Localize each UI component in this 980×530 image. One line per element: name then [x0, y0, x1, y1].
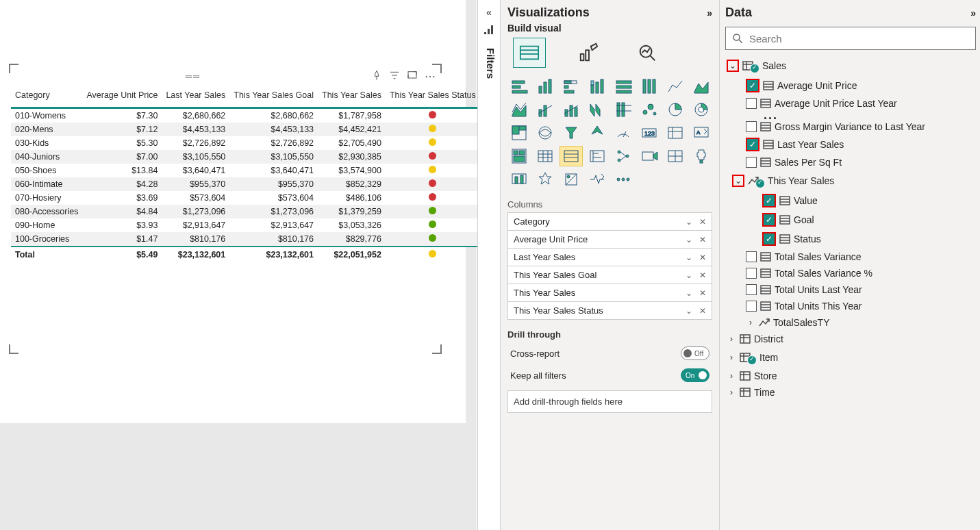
field-checkbox[interactable] — [746, 157, 757, 168]
viz-type-option[interactable] — [533, 76, 557, 97]
format-visual-tab[interactable] — [572, 38, 605, 68]
viz-type-option[interactable] — [586, 169, 609, 190]
table-row[interactable]: 040-Juniors$7.00$3,105,550$3,105,550$2,9… — [11, 150, 480, 164]
viz-type-option[interactable] — [638, 76, 661, 97]
tree-ellipsis[interactable]: ... — [725, 112, 976, 118]
table-row[interactable]: 070-Hosiery$3.69$573,604$573,604$486,106 — [11, 191, 480, 205]
table-row[interactable]: 010-Womens$7.30$2,680,662$2,680,662$1,78… — [11, 108, 480, 123]
table-row[interactable]: 020-Mens$7.12$4,453,133$4,453,133$4,452,… — [11, 123, 480, 136]
remove-icon[interactable]: ✕ — [699, 306, 706, 316]
drag-grip-icon[interactable]: ══ — [15, 71, 371, 81]
field-checkbox[interactable]: ✓ — [747, 80, 758, 91]
focus-mode-icon[interactable] — [407, 70, 418, 83]
build-visual-tab[interactable] — [513, 38, 546, 68]
tree-field-row[interactable]: ✓ Goal — [725, 210, 976, 229]
table-row[interactable]: 060-Intimate$4.28$955,370$955,370$852,32… — [11, 177, 480, 191]
drillthrough-dropzone[interactable]: Add drill-through fields here — [507, 390, 712, 413]
field-well[interactable]: Average Unit Price⌄✕ — [508, 231, 712, 249]
viz-type-option[interactable] — [533, 123, 557, 143]
viz-type-option[interactable] — [507, 169, 531, 190]
tree-table-row[interactable]: › Store — [725, 368, 976, 384]
remove-icon[interactable]: ✕ — [699, 235, 706, 244]
field-checkbox[interactable]: ✓ — [764, 214, 775, 225]
field-checkbox[interactable] — [746, 251, 757, 262]
table-row[interactable]: 030-Kids$5.30$2,726,892$2,726,892$2,705,… — [11, 136, 480, 150]
tree-field-row[interactable]: Total Sales Variance — [725, 249, 976, 265]
report-page[interactable]: ══ ⋯ CategoryAverage Unit PriceLast Year… — [0, 0, 466, 423]
field-checkbox[interactable] — [746, 284, 757, 295]
tree-field-row[interactable]: Average Unit Price Last Year — [725, 95, 976, 112]
chevron-down-icon[interactable]: ⌄ — [686, 288, 692, 298]
search-box[interactable] — [725, 27, 976, 50]
tree-field-row[interactable]: ✓ Value — [725, 191, 976, 210]
column-header[interactable]: Last Year Sales — [162, 86, 229, 108]
pin-icon[interactable] — [371, 70, 382, 83]
field-checkbox[interactable]: ✓ — [764, 195, 775, 206]
search-input[interactable] — [748, 32, 970, 45]
field-checkbox[interactable]: ✓ — [747, 139, 758, 150]
viz-type-option[interactable] — [533, 99, 557, 120]
viz-type-option[interactable]: A — [690, 123, 713, 143]
cross-report-toggle[interactable]: Off — [681, 346, 709, 360]
viz-type-option[interactable] — [664, 99, 687, 120]
filter-icon[interactable] — [389, 70, 400, 83]
viz-type-option[interactable] — [612, 123, 635, 143]
viz-type-option[interactable] — [664, 76, 687, 97]
chevron-right-icon[interactable]: › — [727, 353, 736, 362]
field-checkbox[interactable] — [746, 268, 757, 279]
chevron-right-icon[interactable]: › — [727, 371, 736, 381]
tree-table-row[interactable]: › District — [725, 331, 976, 347]
table-row[interactable]: 100-Groceries$1.47$810,176$810,176$829,7… — [11, 232, 480, 247]
viz-type-option[interactable]: 123 — [638, 123, 661, 143]
field-checkbox[interactable] — [746, 98, 757, 109]
viz-type-option[interactable] — [560, 76, 583, 97]
viz-type-option[interactable] — [612, 76, 635, 97]
expand-left-icon[interactable]: « — [478, 0, 500, 25]
viz-type-option[interactable] — [638, 99, 661, 120]
viz-type-option[interactable] — [586, 76, 609, 97]
tree-field-row[interactable]: › TotalSalesTY — [725, 314, 976, 331]
tree-field-row[interactable]: Total Units Last Year — [725, 281, 976, 298]
remove-icon[interactable]: ✕ — [699, 217, 706, 227]
chevron-down-icon[interactable]: ⌄ — [686, 306, 692, 316]
field-well[interactable]: This Year Sales Goal⌄✕ — [508, 266, 712, 284]
viz-type-option[interactable] — [586, 146, 609, 166]
viz-type-option[interactable] — [560, 123, 583, 143]
tree-field-row[interactable]: Gross Margin Variance to Last Year — [725, 118, 976, 135]
chevron-down-icon[interactable]: ⌄ — [686, 217, 692, 227]
chevron-down-icon[interactable]: ⌄ — [686, 253, 692, 262]
chevron-down-icon[interactable]: ⌄ — [733, 176, 743, 186]
chevron-right-icon[interactable]: › — [727, 334, 736, 344]
viz-type-option[interactable] — [664, 146, 687, 166]
tree-field-row[interactable]: ✓ Status — [725, 229, 976, 249]
viz-type-option[interactable] — [664, 123, 687, 143]
table-row[interactable]: 080-Accessories$4.84$1,273,096$1,273,096… — [11, 205, 480, 218]
column-header[interactable]: This Year Sales — [318, 86, 386, 108]
column-header[interactable]: This Year Sales Goal — [229, 86, 318, 108]
tree-field-row[interactable]: Sales Per Sq Ft — [725, 154, 976, 171]
filters-pane-collapsed[interactable]: « Filters — [477, 0, 501, 530]
chevron-down-icon[interactable]: ⌄ — [686, 235, 692, 244]
viz-type-option[interactable] — [586, 99, 609, 120]
table-row[interactable]: 090-Home$3.93$2,913,647$2,913,647$3,053,… — [11, 218, 480, 232]
viz-type-option[interactable] — [507, 123, 531, 143]
chevron-down-icon[interactable]: ⌄ — [728, 61, 738, 71]
viz-type-option[interactable] — [560, 169, 583, 190]
viz-type-option[interactable] — [560, 146, 583, 166]
tree-field-row[interactable]: ✓ Last Year Sales — [725, 135, 976, 154]
viz-type-option[interactable] — [507, 146, 531, 166]
field-checkbox[interactable] — [746, 121, 757, 132]
field-well[interactable]: Category⌄✕ — [508, 213, 712, 231]
tree-table-row[interactable]: › Time — [725, 384, 976, 401]
viz-type-option[interactable] — [560, 99, 583, 120]
collapse-right-icon[interactable]: » — [707, 8, 712, 18]
chevron-down-icon[interactable]: ⌄ — [686, 270, 692, 280]
chevron-right-icon[interactable]: › — [727, 388, 736, 397]
field-well[interactable]: This Year Sales Status⌄✕ — [508, 302, 712, 319]
tree-field-row[interactable]: Total Sales Variance % — [725, 265, 976, 281]
tree-table-row[interactable]: › Item — [725, 347, 976, 368]
viz-type-option[interactable] — [690, 76, 713, 97]
table-visual[interactable]: ══ ⋯ CategoryAverage Unit PriceLast Year… — [11, 66, 440, 352]
viz-type-option[interactable] — [612, 146, 635, 166]
field-checkbox[interactable] — [746, 301, 757, 312]
